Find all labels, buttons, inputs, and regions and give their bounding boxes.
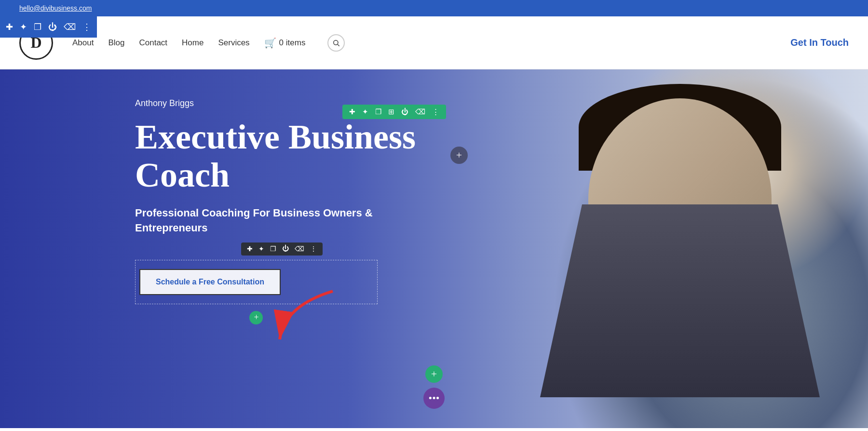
btn-tb-clone[interactable]: ❐ (270, 245, 276, 253)
svg-line-1 (338, 44, 339, 46)
builder-power-icon[interactable]: ⏻ (48, 22, 57, 32)
person-face (588, 98, 772, 301)
builder-more-icon[interactable]: ⋮ (82, 22, 91, 32)
nav-link-services[interactable]: Services (218, 38, 249, 48)
nav-links: About Blog Contact Home Services 🛒 0 ite… (72, 34, 790, 52)
more-options-button[interactable]: ••• (423, 388, 445, 409)
hero-title: Executive BusinessCoach (135, 118, 473, 194)
email-link[interactable]: hello@divibusiness.com (19, 4, 92, 12)
nav-link-contact[interactable]: Contact (139, 38, 167, 48)
button-module-toolbar: ✚ ✦ ❐ ⏻ ⌫ ⋮ (241, 242, 323, 256)
button-bounding-box: Schedule a Free Consultation (135, 260, 378, 304)
search-button[interactable] (327, 34, 345, 52)
add-row: + ••• (0, 365, 868, 409)
cart-count: 0 items (279, 38, 306, 48)
builder-clone-icon[interactable]: ❐ (34, 22, 41, 32)
cart-icon: 🛒 (264, 37, 276, 49)
tb-grid-icon[interactable]: ⊞ (388, 108, 394, 116)
tb-power-icon[interactable]: ⏻ (401, 108, 408, 116)
cta-button[interactable]: Schedule a Free Consultation (139, 269, 281, 295)
module-toolbar-green: ✚ ✦ ❐ ⊞ ⏻ ⌫ ⋮ (342, 105, 446, 119)
hero-subtitle: Professional Coaching For Business Owner… (135, 206, 473, 236)
builder-add-icon[interactable]: ✚ (6, 22, 13, 32)
tb-add-icon[interactable]: ✚ (349, 108, 355, 116)
hero-content: Anthony Briggs ✚ ✦ ❐ ⊞ ⏻ ⌫ ⋮ Executive B… (135, 98, 473, 324)
add-module-below-button[interactable]: + (249, 311, 263, 324)
nav-link-about[interactable]: About (72, 38, 94, 48)
btn-tb-power[interactable]: ⏻ (282, 245, 289, 253)
nav-link-blog[interactable]: Blog (108, 38, 124, 48)
nav-cta-button[interactable]: Get In Touch (790, 37, 849, 48)
btn-tb-settings[interactable]: ✦ (258, 245, 264, 253)
top-bar: hello@divibusiness.com (0, 0, 868, 16)
btn-tb-add[interactable]: ✚ (247, 245, 253, 253)
svg-point-0 (334, 40, 338, 44)
navigation: ✚ ✦ ❐ ⏻ ⌫ ⋮ D About Blog Contact Home Se… (0, 16, 868, 69)
tb-clone-icon[interactable]: ❐ (375, 108, 381, 116)
tb-settings-icon[interactable]: ✦ (362, 108, 368, 116)
hero-section: Anthony Briggs ✚ ✦ ❐ ⊞ ⏻ ⌫ ⋮ Executive B… (0, 69, 868, 428)
nav-link-home[interactable]: Home (182, 38, 203, 48)
btn-tb-delete[interactable]: ⌫ (295, 245, 304, 253)
add-section-button[interactable]: + (425, 365, 443, 383)
add-column-right[interactable]: + (450, 147, 468, 164)
builder-settings-icon[interactable]: ✦ (20, 22, 27, 32)
nav-cart[interactable]: 🛒 0 items (264, 37, 306, 49)
builder-delete-icon[interactable]: ⌫ (64, 22, 76, 32)
builder-row-toolbar: ✚ ✦ ❐ ⏻ ⌫ ⋮ (0, 16, 97, 38)
tb-delete-icon[interactable]: ⌫ (415, 108, 425, 116)
tb-more-icon[interactable]: ⋮ (432, 108, 439, 116)
btn-tb-more[interactable]: ⋮ (310, 245, 317, 253)
